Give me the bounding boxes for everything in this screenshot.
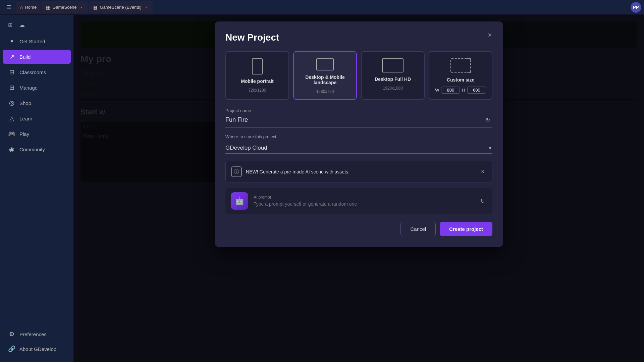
sidebar-item-community-label: Community [19,147,45,152]
hamburger-icon: ☰ [6,4,11,10]
main-layout: ⊞ ☁ ✦ Get Started ↗ Build ⊟ Classrooms ⊞… [0,15,644,362]
gamescene-icon: ▦ [46,5,50,10]
ai-notice-info-icon: ⓘ [231,166,242,177]
sidebar: ⊞ ☁ ✦ Get Started ↗ Build ⊟ Classrooms ⊞… [0,15,74,362]
sidebar-bottom: ⚙ Preferences 🔗 About GDevelop [0,326,73,359]
storage-field-group: Where to store this project GDevelop Clo… [225,134,492,154]
shop-icon: ◎ [8,99,15,107]
sidebar-item-get-started-label: Get Started [19,39,45,44]
tab-gamescene[interactable]: ▦ GameScene × [42,1,88,13]
ai-avatar: 🤖 [231,192,248,210]
modal-footer: Cancel Create project [225,222,492,236]
build-icon: ↗ [8,53,15,60]
template-desktop-full-hd[interactable]: Desktop Full HD 1920x1080 [361,51,425,100]
sidebar-grid-icon[interactable]: ⊞ [5,20,15,30]
storage-row[interactable]: GDevelop Cloud ▼ [225,141,492,154]
user-avatar[interactable]: PP [631,2,641,13]
sidebar-item-manage[interactable]: ⊞ Manage [3,81,71,95]
height-prefix-label: H [462,88,465,93]
storage-chevron-icon[interactable]: ▼ [488,145,492,151]
sidebar-item-about[interactable]: 🔗 About GDevelop [3,342,71,356]
mobile-portrait-size: 720x1280 [249,88,266,93]
sidebar-item-preferences[interactable]: ⚙ Preferences [3,327,71,341]
tab-gamescene-events-label: GameScene (Events) [100,5,141,10]
mobile-portrait-label: Mobile portrait [241,79,273,84]
cancel-button[interactable]: Cancel [400,222,436,236]
template-mobile-portrait[interactable]: Mobile portrait 720x1280 [225,51,289,100]
get-started-icon: ✦ [8,38,15,45]
project-name-field-group: Project name ↻ [225,108,492,127]
width-prefix-label: W [435,88,439,93]
sidebar-item-build-label: Build [19,54,31,60]
sidebar-item-classrooms[interactable]: ⊟ Classrooms [3,65,71,79]
modal-title: New Project [225,32,492,43]
sidebar-item-manage-label: Manage [19,85,38,91]
ai-notice-text: NEW! Generate a pre-made AI scene with a… [246,169,475,174]
landscape-icon [316,58,334,70]
avatar-text: PP [633,5,639,10]
tab-home[interactable]: ⌂ Home [16,1,41,13]
about-icon: 🔗 [8,345,15,353]
sidebar-top-icons: ⊞ ☁ [0,17,73,34]
custom-size-label: Custom size [447,77,474,83]
sidebar-item-build[interactable]: ↗ Build [3,50,71,64]
close-icon: × [488,31,492,39]
sidebar-item-learn-label: Learn [19,116,32,121]
fullhd-size: 1920x1080 [383,86,402,91]
sidebar-item-about-label: About GDevelop [19,346,56,352]
tab-gamescene-events-close[interactable]: × [144,5,149,10]
sidebar-cloud-icon[interactable]: ☁ [17,20,27,30]
sidebar-item-shop-label: Shop [19,100,31,106]
project-name-input[interactable] [225,115,483,125]
ai-prompt-section: AI prompt [254,195,472,207]
tab-gamescene-events[interactable]: ▦ GameScene (Events) × [89,1,153,13]
create-project-button[interactable]: Create project [440,222,492,236]
sidebar-item-learn[interactable]: △ Learn [3,111,71,125]
landscape-label: Desktop & Mobile landscape [299,74,351,85]
ai-prompt-input[interactable] [254,201,472,207]
topbar-right: PP [631,2,641,13]
mobile-portrait-icon [252,58,263,74]
ai-prompt-refresh-button[interactable]: ↻ [478,196,487,206]
sidebar-item-shop[interactable]: ◎ Shop [3,96,71,110]
template-desktop-mobile-landscape[interactable]: Desktop & Mobile landscape 1280x720 [293,51,357,100]
template-custom-size[interactable]: Custom size W H [429,51,492,100]
topbar: ☰ ⌂ Home ▦ GameScene × ▦ GameScene (Even… [0,0,644,15]
tab-home-label: Home [25,5,37,10]
ai-notice-banner: ⓘ NEW! Generate a pre-made AI scene with… [225,161,492,183]
project-name-refresh-button[interactable]: ↻ [483,115,492,125]
sidebar-item-get-started[interactable]: ✦ Get Started [3,34,71,48]
storage-label: Where to store this project [225,134,492,139]
gamescene-events-icon: ▦ [93,5,98,10]
project-name-label: Project name [225,108,492,113]
classrooms-icon: ⊟ [8,68,15,76]
modal-close-button[interactable]: × [484,30,495,40]
preferences-icon: ⚙ [8,330,15,338]
ai-notice-close-button[interactable]: × [479,168,487,176]
sidebar-item-preferences-label: Preferences [19,331,47,337]
modal-overlay: New Project × Mobile portrait [74,15,644,362]
tab-gamescene-label: GameScene [52,5,76,10]
ai-prompt-label: AI prompt [254,195,472,200]
tab-gamescene-close[interactable]: × [78,5,84,10]
sidebar-item-classrooms-label: Classrooms [19,69,46,75]
ai-face-icon: 🤖 [234,196,245,206]
home-icon: ⌂ [20,5,23,10]
custom-width-input[interactable] [441,87,460,94]
sidebar-item-play[interactable]: 🎮 Play [3,127,71,141]
learn-icon: △ [8,115,15,122]
content-area: My pro File name ☁ Huge T ☁ Shiny Start … [74,15,644,362]
sidebar-item-play-label: Play [19,131,29,137]
community-icon: ◉ [8,146,15,153]
fullhd-icon [382,58,404,72]
ai-prompt-container: 🤖 AI prompt ↻ [225,188,492,214]
template-cards: Mobile portrait 720x1280 Desktop & Mobil… [225,51,492,100]
new-project-modal: New Project × Mobile portrait [215,21,503,247]
custom-size-icon [450,58,471,73]
play-icon: 🎮 [8,130,15,138]
custom-height-input[interactable] [467,87,486,94]
menu-button[interactable]: ☰ [3,1,15,13]
fullhd-label: Desktop Full HD [375,76,411,82]
sidebar-item-community[interactable]: ◉ Community [3,142,71,156]
storage-value: GDevelop Cloud [225,145,488,151]
